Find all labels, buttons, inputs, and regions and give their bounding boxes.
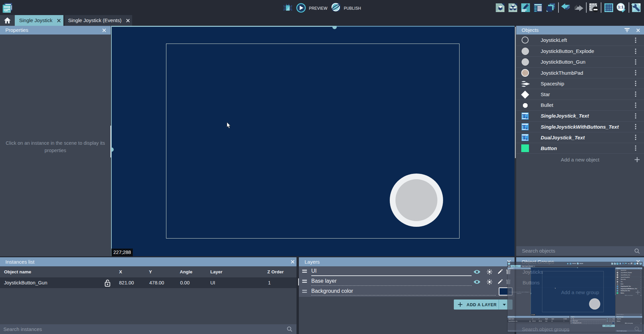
- svg-text:x: x: [526, 137, 528, 141]
- svg-text:x: x: [526, 126, 528, 130]
- svg-text:1:1: 1:1: [618, 5, 624, 9]
- svg-text:x: x: [526, 115, 528, 119]
